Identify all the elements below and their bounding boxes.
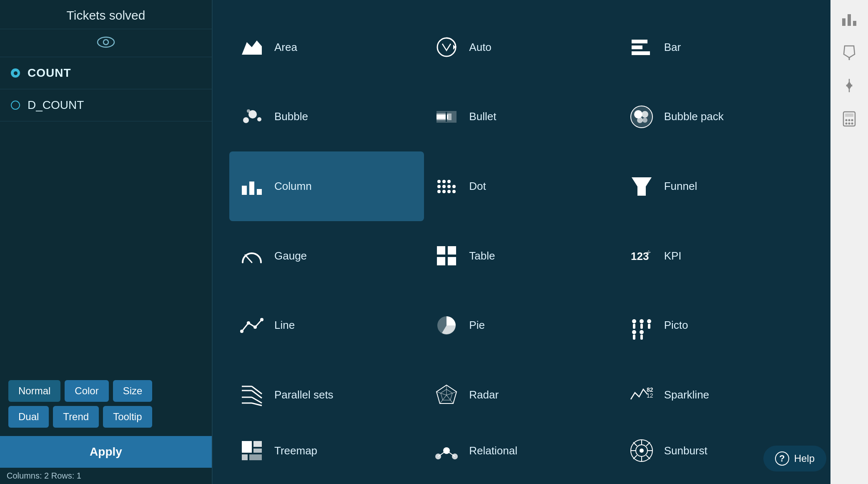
chart-item-radar[interactable]: Radar (424, 360, 619, 430)
column-label: Column (274, 180, 312, 193)
btn-row-2: Dual Trend Tooltip (8, 406, 203, 428)
chart-item-line[interactable]: Line (229, 291, 424, 360)
chart-item-funnel[interactable]: Funnel (619, 151, 814, 221)
svg-point-110 (845, 123, 848, 125)
svg-point-26 (442, 180, 446, 183)
dual-button[interactable]: Dual (8, 406, 49, 428)
help-circle-icon: ? (775, 451, 789, 466)
svg-marker-36 (632, 177, 652, 196)
svg-line-71 (447, 395, 453, 403)
svg-point-32 (437, 190, 441, 193)
svg-text:12: 12 (647, 392, 653, 399)
table-label: Table (469, 250, 495, 262)
chart-item-table[interactable]: Table (424, 221, 619, 291)
dcount-row[interactable]: D_COUNT (0, 89, 212, 121)
bar-chart-icon[interactable] (839, 8, 860, 29)
sunburst-label: Sunburst (664, 444, 707, 457)
line-icon (238, 312, 265, 339)
size-button[interactable]: Size (113, 380, 153, 402)
normal-button[interactable]: Normal (8, 380, 60, 402)
chart-item-sparkline[interactable]: 82 12 Sparkline (619, 360, 814, 430)
calculator-icon[interactable] (839, 108, 860, 129)
svg-rect-22 (242, 186, 247, 195)
dcount-radio[interactable] (11, 101, 20, 110)
chart-item-picto[interactable]: Picto (619, 291, 814, 360)
svg-line-64 (252, 397, 262, 403)
chart-item-auto[interactable]: Auto (424, 13, 619, 82)
radar-label: Radar (469, 388, 499, 401)
svg-rect-79 (242, 454, 248, 460)
help-button[interactable]: ? Help (763, 446, 826, 471)
picto-icon (628, 312, 655, 339)
svg-line-37 (245, 255, 252, 262)
svg-point-33 (442, 190, 446, 193)
kpi-label: KPI (664, 250, 682, 262)
svg-point-49 (632, 319, 636, 323)
svg-line-96 (633, 455, 637, 459)
svg-point-108 (848, 119, 850, 121)
chart-item-bullet[interactable]: Bullet (424, 82, 619, 152)
svg-rect-106 (845, 113, 853, 117)
chart-item-bubble-pack[interactable]: Bubble pack (619, 82, 814, 152)
apply-button[interactable]: Apply (0, 436, 212, 468)
tooltip-button[interactable]: Tooltip (103, 406, 152, 428)
pie-icon (433, 312, 460, 339)
gauge-label: Gauge (274, 250, 307, 262)
sort-icon[interactable] (839, 75, 860, 96)
svg-rect-6 (632, 45, 642, 49)
count-row[interactable]: COUNT (0, 57, 212, 89)
kpi-icon: 123 ÷ (628, 242, 655, 269)
svg-rect-78 (253, 449, 262, 453)
gauge-icon (238, 242, 265, 269)
svg-point-109 (851, 119, 853, 121)
chart-item-dot[interactable]: Dot (424, 151, 619, 221)
svg-line-62 (252, 391, 262, 398)
help-label: Help (794, 453, 815, 464)
svg-rect-41 (448, 257, 456, 265)
svg-point-45 (247, 321, 250, 325)
svg-marker-104 (846, 81, 853, 86)
color-button[interactable]: Color (65, 380, 108, 402)
bubble-pack-label: Bubble pack (664, 110, 724, 123)
svg-point-57 (640, 330, 644, 334)
treemap-label: Treemap (274, 444, 317, 457)
svg-rect-23 (249, 182, 254, 195)
eye-row (0, 29, 212, 57)
chart-item-parallel-sets[interactable]: Parallel sets (229, 360, 424, 430)
svg-rect-80 (249, 454, 262, 460)
bubble-icon (238, 103, 265, 130)
svg-point-112 (851, 123, 853, 125)
sunburst-icon (628, 437, 655, 464)
button-group: Normal Color Size Dual Trend Tooltip (0, 373, 212, 436)
dot-label: Dot (469, 180, 486, 193)
svg-rect-38 (437, 246, 445, 255)
svg-point-25 (437, 180, 441, 183)
count-radio[interactable] (11, 68, 20, 78)
svg-text:÷: ÷ (647, 248, 651, 257)
chart-item-column[interactable]: Column (229, 151, 424, 221)
svg-point-10 (257, 117, 261, 121)
svg-rect-5 (632, 40, 647, 43)
svg-line-95 (646, 442, 650, 446)
chart-item-area[interactable]: Area (229, 13, 424, 82)
chart-item-kpi[interactable]: 123 ÷ KPI (619, 221, 814, 291)
svg-point-35 (452, 190, 456, 193)
chart-item-relational[interactable]: Relational (424, 430, 619, 471)
chart-item-bubble[interactable]: Bubble (229, 82, 424, 152)
svg-point-18 (634, 110, 642, 118)
bubble-label: Bubble (274, 110, 308, 123)
chart-item-gauge[interactable]: Gauge (229, 221, 424, 291)
chart-item-bar[interactable]: Bar (619, 13, 814, 82)
relational-icon (433, 437, 460, 464)
right-sidebar (830, 0, 868, 484)
dot-icon (433, 173, 460, 200)
eye-icon[interactable] (97, 36, 115, 50)
chart-item-pie[interactable]: Pie (424, 291, 619, 360)
brush-icon[interactable] (839, 42, 860, 63)
svg-point-107 (845, 119, 848, 121)
area-icon (238, 34, 265, 60)
svg-line-66 (252, 403, 262, 406)
chart-item-treemap[interactable]: Treemap (229, 430, 424, 471)
svg-text:123: 123 (631, 250, 649, 262)
trend-button[interactable]: Trend (53, 406, 99, 428)
